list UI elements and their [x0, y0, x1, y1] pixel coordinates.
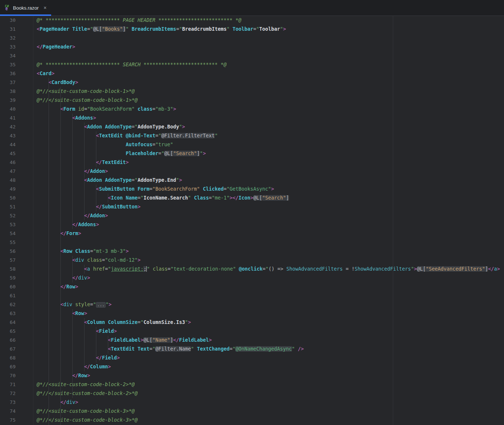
code-token: >: [497, 266, 500, 272]
close-icon[interactable]: ×: [43, 5, 46, 10]
code-token: </: [72, 373, 78, 378]
code-token: BreadcrumbItems: [182, 26, 226, 32]
code-token: <: [96, 186, 99, 192]
code-token: >: [108, 364, 111, 369]
code-token: ": [93, 302, 96, 307]
code-token: Addons: [78, 222, 96, 227]
code-token: Class: [75, 248, 90, 254]
line-number: 41: [0, 114, 16, 123]
code-token: [102, 177, 105, 183]
code-line: <Addons>: [37, 114, 500, 123]
code-token: >: [75, 399, 78, 405]
code-token: >: [105, 168, 108, 174]
code-token: Icon: [111, 195, 123, 201]
code-token: <: [84, 266, 87, 272]
code-token: ": [266, 266, 269, 272]
code-token: AddonType: [105, 177, 132, 183]
code-token: </: [173, 337, 179, 343]
line-number: 75: [0, 416, 16, 425]
code-token: >: [87, 373, 90, 378]
code-token: GetBooksAsync: [229, 186, 268, 192]
code-token: ": [256, 26, 259, 32]
code-token: >: [84, 311, 87, 316]
code-token: Form: [66, 231, 78, 236]
code-token: CardBody: [52, 80, 75, 85]
code-token: </: [37, 44, 43, 50]
code-token: class: [153, 266, 168, 272]
code-token: @*//<suite-custom-code-block-2>*@: [37, 382, 135, 387]
code-token: [37, 160, 96, 165]
code-token: [75, 106, 78, 112]
line-number: 61: [0, 291, 16, 300]
code-token: <: [49, 80, 52, 85]
code-area[interactable]: @* ************************* PAGE HEADER…: [37, 16, 500, 425]
code-token: </: [96, 355, 102, 361]
code-token: <: [37, 71, 40, 76]
code-token: ></: [229, 195, 238, 201]
code-token: "BookSearchForm": [87, 106, 135, 112]
code-token: Field: [102, 355, 117, 361]
code-token: "col-md-12": [105, 257, 137, 263]
code-token: [123, 195, 126, 201]
code-token: ": [90, 26, 93, 32]
code-token: [37, 328, 96, 334]
code-token: <: [60, 302, 63, 307]
code-token: @L[: [93, 26, 102, 32]
code-token: [72, 302, 75, 307]
code-token: @L[: [164, 151, 173, 156]
code-token: [37, 195, 108, 201]
line-number: 39: [0, 96, 16, 105]
code-token: ...: [96, 302, 106, 308]
code-line: <Addon AddonType="AddonType.End">: [37, 176, 500, 185]
code-token: [102, 124, 105, 130]
code-line: </Addon>: [37, 211, 500, 220]
code-token: >: [78, 231, 81, 236]
code-token: @*//</suite-custom-code-block-1>*@: [37, 97, 137, 103]
code-token: Row: [66, 284, 75, 290]
line-number: 48: [0, 176, 16, 185]
line-number: 69: [0, 362, 16, 371]
code-line: <CardBody>: [37, 78, 500, 87]
code-token: <: [108, 337, 111, 343]
code-token: <: [84, 177, 87, 183]
code-token: Addons: [75, 115, 93, 121]
code-line: <Column ColumnSize="ColumnSize.Is3">: [37, 318, 500, 327]
code-token: >: [173, 106, 176, 112]
code-token: >: [414, 266, 417, 272]
code-token: @L[: [417, 266, 426, 272]
tab-books-razor[interactable]: C# @ Books.razor ×: [0, 0, 51, 16]
code-token: >: [87, 275, 90, 281]
line-number: 31: [0, 25, 16, 34]
code-token: [37, 231, 60, 236]
code-token: >: [93, 115, 96, 121]
code-token: ]: [286, 195, 289, 201]
line-number: 66: [0, 336, 16, 345]
code-token: div: [66, 399, 75, 405]
code-token: javascript:: [111, 266, 143, 272]
line-number: 43: [0, 131, 16, 140]
code-token: id: [78, 106, 84, 112]
code-line: <TextEdit Text="@Filter.Name" TextChange…: [37, 345, 500, 354]
code-token: >: [75, 80, 78, 85]
code-token: [37, 186, 96, 192]
editor-tab-bar: C# @ Books.razor ×: [0, 0, 504, 16]
code-token: @*//</suite-custom-code-block-3>*@: [37, 417, 137, 423]
code-token: >: [188, 319, 191, 325]
code-token: =: [87, 26, 90, 32]
code-token: >: [203, 151, 206, 156]
code-line: </Row>: [37, 282, 500, 291]
code-token: Field: [99, 328, 114, 334]
code-token: Form: [63, 106, 75, 112]
code-token: Clicked: [203, 186, 223, 192]
code-token: >: [126, 248, 129, 254]
code-line: </PageHeader>: [37, 43, 500, 51]
code-token: "BookSearchForm": [152, 186, 200, 192]
line-number: 49: [0, 185, 16, 194]
code-token: >: [283, 26, 286, 32]
code-token: Placeholder: [126, 151, 158, 156]
line-number: 72: [0, 389, 16, 398]
code-token: =: [105, 266, 108, 272]
code-line: <FieldLabel>@L["Name"]</FieldLabel>: [37, 336, 500, 345]
line-number: 62: [0, 300, 16, 309]
code-token: <: [96, 328, 99, 334]
